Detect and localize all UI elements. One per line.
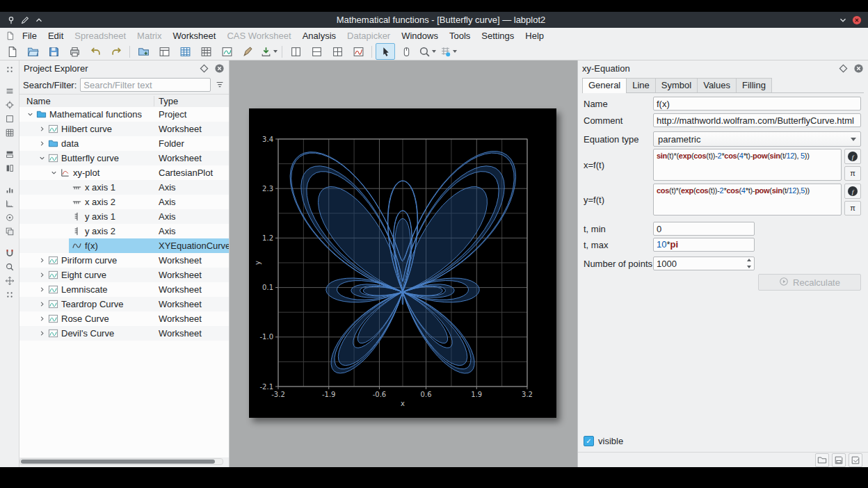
menu-item-cas-worksheet[interactable]: CAS Worksheet: [221, 29, 296, 42]
menu-item-help[interactable]: Help: [520, 29, 549, 42]
menu-item-spreadsheet[interactable]: Spreadsheet: [69, 29, 131, 42]
insert-function-button[interactable]: f: [844, 149, 861, 164]
new-folder-button[interactable]: [134, 43, 153, 60]
magnetic-grid-button[interactable]: [438, 43, 458, 60]
tree-row-f-x-[interactable]: f(x)XYEquationCurve: [19, 238, 229, 253]
branch-expanded-icon[interactable]: [49, 168, 58, 178]
menu-item-datapicker[interactable]: Datapicker: [341, 29, 396, 42]
branch-collapsed-icon[interactable]: [37, 256, 47, 266]
tree-row-x-axis-1[interactable]: x axis 1Axis: [19, 180, 229, 195]
insert-constant-button[interactable]: π: [844, 166, 861, 181]
select-cursor-button[interactable]: [376, 43, 395, 60]
filter-options-button[interactable]: [214, 79, 225, 90]
tree-row-lemniscate[interactable]: LemniscateWorksheet: [19, 282, 229, 297]
tmax-input[interactable]: 10*pi: [653, 238, 755, 252]
butterfly-plot[interactable]: -3.2-1.9-0.60.61.93.23.42.31.20.1-1.0-2.…: [249, 108, 556, 418]
tree-row-teardrop-curve[interactable]: Teardrop CurveWorksheet: [19, 297, 229, 311]
menu-item-analysis[interactable]: Analysis: [297, 29, 341, 42]
square-outline-button[interactable]: [2, 112, 17, 126]
new-matrix-button[interactable]: [196, 43, 216, 60]
move-handle-button[interactable]: [2, 84, 17, 98]
tree-row-butterfly-curve[interactable]: Butterfly curveWorksheet: [19, 151, 229, 165]
horizontal-scrollbar[interactable]: [19, 458, 223, 465]
branch-collapsed-icon[interactable]: [37, 329, 47, 339]
redo-button[interactable]: [106, 43, 126, 60]
tree-row-hilbert-curve[interactable]: Hilbert curveWorksheet: [19, 122, 229, 136]
branch-collapsed-icon[interactable]: [37, 270, 47, 280]
menu-item-windows[interactable]: Windows: [396, 29, 444, 42]
vertical-layout-button[interactable]: [286, 43, 305, 60]
load-template-button[interactable]: [815, 453, 829, 467]
search-filter-input[interactable]: [80, 78, 211, 92]
tree-row-rose-curve[interactable]: Rose CurveWorksheet: [19, 311, 229, 326]
dots-grid-button[interactable]: [2, 63, 17, 76]
open-project-button[interactable]: [23, 43, 42, 60]
tree-column-header[interactable]: Name Type: [19, 94, 229, 108]
new-project-button[interactable]: [2, 43, 22, 60]
close-icon[interactable]: [851, 15, 862, 26]
zoom-small-button[interactable]: [2, 260, 17, 274]
new-spreadsheet-button[interactable]: [175, 43, 195, 60]
target-button[interactable]: [2, 211, 17, 225]
save-as-template-button[interactable]: [849, 453, 862, 467]
rows-button[interactable]: [2, 147, 17, 161]
float-diamond-icon[interactable]: [837, 63, 849, 74]
menu-item-edit[interactable]: Edit: [42, 29, 69, 42]
tree-row-piriform-curve[interactable]: Piriform curveWorksheet: [19, 253, 229, 268]
magnet-button[interactable]: [2, 246, 17, 260]
branch-collapsed-icon[interactable]: [37, 314, 47, 324]
branch-collapsed-icon[interactable]: [37, 139, 47, 149]
branch-expanded-icon[interactable]: [37, 154, 47, 163]
dots-grid-button[interactable]: [2, 288, 17, 302]
menu-item-tools[interactable]: Tools: [444, 29, 476, 42]
column-header-name[interactable]: Name: [19, 96, 154, 106]
import-data-button[interactable]: [259, 43, 278, 60]
panel-close-icon[interactable]: [214, 63, 225, 74]
comment-input[interactable]: [653, 113, 861, 127]
tree-row-eight-curve[interactable]: Eight curveWorksheet: [19, 268, 229, 282]
save-template-button[interactable]: [832, 453, 846, 467]
new-worksheet-button[interactable]: [217, 43, 236, 60]
panel-close-icon[interactable]: [853, 63, 864, 74]
fit-curve-button[interactable]: [348, 43, 368, 60]
layers-button[interactable]: [2, 225, 17, 238]
tree-row-y-axis-2[interactable]: y axis 2Axis: [19, 224, 229, 238]
tree-row-y-axis-1[interactable]: y axis 1Axis: [19, 209, 229, 224]
edit-icon[interactable]: [19, 15, 31, 26]
application-menu-icon[interactable]: [4, 30, 15, 41]
pin-icon[interactable]: [6, 15, 17, 26]
horizontal-layout-button[interactable]: [307, 43, 326, 60]
menu-item-worksheet[interactable]: Worksheet: [167, 29, 221, 42]
chevron-down-icon[interactable]: [837, 15, 849, 26]
x-equation-input[interactable]: sin(t)*(exp(cos(t))-2*cos(4*t)-pow(sin(t…: [653, 149, 842, 181]
tree-row-xy-plot[interactable]: xy-plotCartesianPlot: [19, 165, 229, 180]
insert-constant-button[interactable]: π: [844, 201, 861, 216]
tree-row-data[interactable]: dataFolder: [19, 136, 229, 151]
navigate-mouse-button[interactable]: [396, 43, 416, 60]
tab-line[interactable]: Line: [626, 78, 656, 92]
float-diamond-icon[interactable]: [198, 63, 209, 74]
insert-function-button[interactable]: f: [844, 184, 861, 199]
spin-down-icon[interactable]: [746, 264, 753, 270]
scrollbar-handle[interactable]: [21, 459, 215, 464]
branch-collapsed-icon[interactable]: [37, 285, 47, 295]
worksheet-page[interactable]: -3.2-1.9-0.60.61.93.23.42.31.20.1-1.0-2.…: [249, 108, 556, 418]
zoom-select-button[interactable]: [417, 43, 437, 60]
tab-symbol[interactable]: Symbol: [655, 78, 698, 92]
y-equation-input[interactable]: cos(t)*(exp(cos(t))-2*cos(4*t)-pow(sin(t…: [653, 184, 842, 215]
tmin-input[interactable]: [653, 222, 755, 236]
new-datapicker-button[interactable]: [238, 43, 257, 60]
tree-row-mathematical-functions[interactable]: Mathematical functionsProject: [19, 107, 229, 122]
equation-type-combobox[interactable]: parametric: [653, 131, 861, 147]
chevron-up-icon[interactable]: [33, 15, 45, 26]
branch-collapsed-icon[interactable]: [37, 124, 47, 134]
arrows-button[interactable]: [2, 274, 17, 288]
points-input[interactable]: [653, 257, 755, 270]
menu-item-file[interactable]: File: [17, 29, 42, 42]
columns-button[interactable]: [2, 161, 17, 175]
chart-button[interactable]: [2, 183, 17, 197]
new-workbook-button[interactable]: [154, 43, 174, 60]
tab-filling[interactable]: Filling: [736, 78, 772, 92]
grid-button[interactable]: [2, 126, 17, 140]
menu-item-matrix[interactable]: Matrix: [131, 29, 167, 42]
